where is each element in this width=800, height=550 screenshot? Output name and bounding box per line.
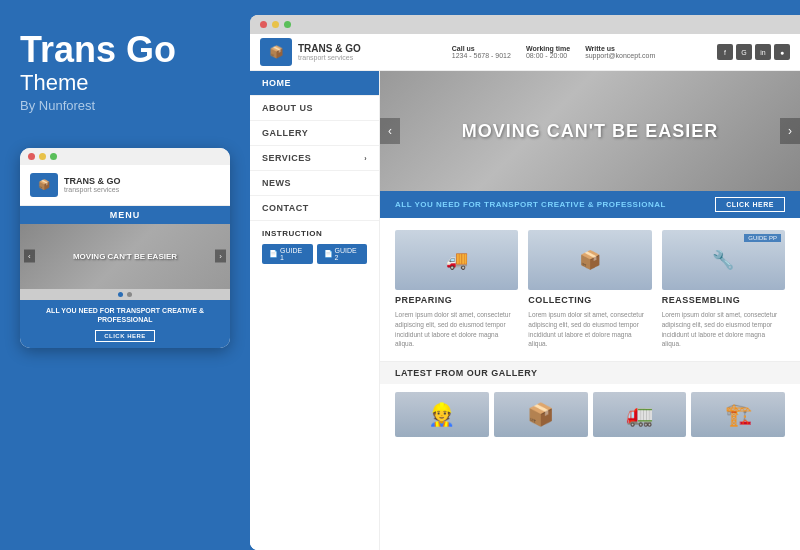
mobile-next-arrow[interactable]: ›: [215, 250, 226, 263]
mobile-menu-bar: MENU: [20, 206, 230, 224]
site-logo-icon: 📦: [260, 38, 292, 66]
social-gplus[interactable]: G: [736, 44, 752, 60]
service-img-preparing: 🚚: [395, 230, 518, 290]
mobile-prev-arrow[interactable]: ‹: [24, 250, 35, 263]
write-value: support@koncept.com: [585, 52, 655, 59]
mobile-mockup: 📦 TRANS & GO transport services MENU MOV…: [20, 148, 230, 348]
desktop-browser-bar: [250, 15, 800, 34]
working-label: Working time: [526, 45, 570, 52]
nav-home[interactable]: HOME: [250, 71, 379, 96]
site-social: f G in ●: [717, 44, 790, 60]
cta-band-button[interactable]: CLICK HERE: [715, 197, 785, 212]
desktop-dot-yellow: [272, 21, 279, 28]
mobile-browser-bar: [20, 148, 230, 165]
gallery-thumb-1: 👷: [395, 392, 489, 437]
services-chevron: ›: [364, 155, 367, 162]
cta-band-text: ALL YOU NEED FOR TRANSPORT CREATIVE & PR…: [395, 200, 666, 209]
site-logo-area: 📦 TRANS & GO transport services: [260, 38, 390, 66]
gallery-fig-3: 🚛: [593, 392, 687, 437]
gallery-header: LATEST FROM OUR GALLERY: [380, 361, 800, 384]
site-info-call: Call us 1234 - 5678 - 9012: [452, 45, 511, 59]
guide2-button[interactable]: 📄 GUIDE 2: [317, 244, 368, 264]
desktop-site: 📦 TRANS & GO transport services Call us …: [250, 34, 800, 550]
gallery-fig-1: 👷: [395, 392, 489, 437]
mobile-tagline: transport services: [64, 186, 121, 193]
guide2-label: GUIDE 2: [335, 247, 361, 261]
service-title-reassembling: REASSEMBLING: [662, 295, 785, 305]
cta-text-main: ALL YOU NEED FOR TRANSPORT: [395, 200, 541, 209]
gallery-thumb-2: 📦: [494, 392, 588, 437]
service-desc-collecting: Lorem ipsum dolor sit amet, consectetur …: [528, 310, 651, 349]
site-main: HOME ABOUT US GALLERY SERVICES › NEWS CO…: [250, 71, 800, 550]
service-img-collecting: 📦: [528, 230, 651, 290]
mobile-header: 📦 TRANS & GO transport services: [20, 165, 230, 206]
mobile-brand: TRANS & GO: [64, 176, 121, 186]
working-value: 08:00 - 20:00: [526, 52, 570, 59]
nav-news[interactable]: NEWS: [250, 171, 379, 196]
reassembling-overlay: GUIDE PP: [744, 234, 781, 242]
call-label: Call us: [452, 45, 511, 52]
service-title-preparing: PREPARING: [395, 295, 518, 305]
site-info-bar: Call us 1234 - 5678 - 9012 Working time …: [452, 45, 656, 59]
site-nav: HOME ABOUT US GALLERY SERVICES › NEWS CO…: [250, 71, 380, 550]
social-facebook[interactable]: f: [717, 44, 733, 60]
gallery-fig-2: 📦: [494, 392, 588, 437]
service-img-reassembling: 🔧 GUIDE PP: [662, 230, 785, 290]
preparing-figure: 🚚: [395, 230, 518, 290]
hero-text: MOVING CAN'T BE EASIER: [462, 121, 718, 142]
site-services: 🚚 PREPARING Lorem ipsum dolor sit amet, …: [380, 218, 800, 361]
call-value: 1234 - 5678 - 9012: [452, 52, 511, 59]
hero-next-arrow[interactable]: ›: [780, 118, 800, 144]
write-label: Writte us: [585, 45, 655, 52]
nav-contact[interactable]: CONTACT: [250, 196, 379, 221]
cta-text-highlight: CREATIVE: [541, 200, 585, 209]
site-cta-band: ALL YOU NEED FOR TRANSPORT CREATIVE & PR…: [380, 191, 800, 218]
theme-author: By Nunforest: [20, 98, 230, 113]
service-card-reassembling: 🔧 GUIDE PP REASSEMBLING Lorem ipsum dolo…: [662, 230, 785, 349]
cta-text-rest: & PROFESSIONAL: [588, 200, 666, 209]
instruction-label: INSTRUCTION: [250, 221, 379, 244]
service-desc-preparing: Lorem ipsum dolor sit amet, consectetur …: [395, 310, 518, 349]
mobile-cta-bar: ALL YOU NEED FOR TRANSPORT CREATIVE & PR…: [20, 300, 230, 348]
guide1-label: GUIDE 1: [280, 247, 306, 261]
social-other[interactable]: ●: [774, 44, 790, 60]
nav-services[interactable]: SERVICES ›: [250, 146, 379, 171]
site-tagline: transport services: [298, 54, 361, 61]
nav-gallery[interactable]: GALLERY: [250, 121, 379, 146]
site-info-write: Writte us support@koncept.com: [585, 45, 655, 59]
site-brand: TRANS & GO: [298, 43, 361, 54]
site-logo-text: TRANS & GO transport services: [298, 43, 361, 61]
site-info-working: Working time 08:00 - 20:00: [526, 45, 570, 59]
gallery-thumb-3: 🚛: [593, 392, 687, 437]
guide1-icon: 📄: [269, 250, 278, 258]
theme-subtitle: Theme: [20, 70, 230, 96]
site-hero: MOVING CAN'T BE EASIER ‹ ›: [380, 71, 800, 191]
dot-green: [50, 153, 57, 160]
mobile-logo-text: TRANS & GO transport services: [64, 176, 121, 193]
mobile-logo-icon: 📦: [30, 173, 58, 197]
service-card-preparing: 🚚 PREPARING Lorem ipsum dolor sit amet, …: [395, 230, 518, 349]
mobile-hero: MOVING CAN'T BE EASIER ‹ ›: [20, 224, 230, 289]
nav-about[interactable]: ABOUT US: [250, 96, 379, 121]
desktop-dot-red: [260, 21, 267, 28]
left-panel: Trans Go Theme By Nunforest 📦 TRANS & GO…: [0, 0, 250, 550]
gallery-strip: 👷 📦 🚛 🏗️: [380, 384, 800, 445]
mobile-hero-text: MOVING CAN'T BE EASIER: [73, 252, 177, 261]
mobile-cta-button[interactable]: CLICK HERE: [95, 330, 155, 342]
service-title-collecting: COLLECTING: [528, 295, 651, 305]
desktop-dot-green: [284, 21, 291, 28]
social-linkedin[interactable]: in: [755, 44, 771, 60]
hero-prev-arrow[interactable]: ‹: [380, 118, 400, 144]
service-desc-reassembling: Lorem ipsum dolor sit amet, consectetur …: [662, 310, 785, 349]
right-panel: 📦 TRANS & GO transport services Call us …: [250, 15, 800, 550]
gallery-fig-4: 🏗️: [691, 392, 785, 437]
dot-yellow: [39, 153, 46, 160]
site-content: MOVING CAN'T BE EASIER ‹ › ALL YOU NEED …: [380, 71, 800, 550]
gallery-thumb-4: 🏗️: [691, 392, 785, 437]
guide-buttons: 📄 GUIDE 1 📄 GUIDE 2: [250, 244, 379, 274]
collecting-figure: 📦: [528, 230, 651, 290]
theme-title: Trans Go: [20, 30, 230, 70]
site-top-bar: 📦 TRANS & GO transport services Call us …: [250, 34, 800, 71]
service-card-collecting: 📦 COLLECTING Lorem ipsum dolor sit amet,…: [528, 230, 651, 349]
guide1-button[interactable]: 📄 GUIDE 1: [262, 244, 313, 264]
